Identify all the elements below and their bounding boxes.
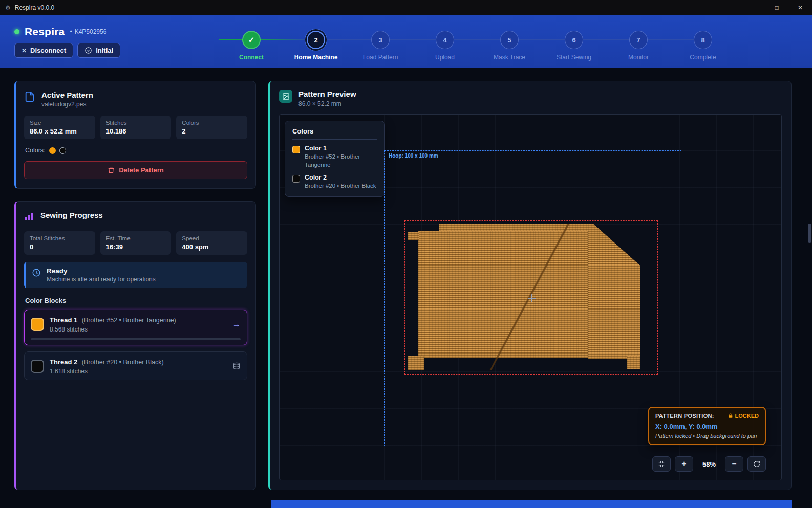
refresh-icon	[753, 460, 760, 468]
color-2-swatch	[292, 175, 300, 183]
color-blocks-label: Color Blocks	[25, 297, 246, 304]
stat-stitches: Stitches 10.186	[100, 116, 172, 139]
sewing-progress-card: Sewing Progress Total Stitches 0 Est. Ti…	[14, 201, 256, 490]
stitch-region	[408, 232, 419, 240]
scrollbar-thumb[interactable]	[808, 224, 811, 243]
thread-2-swatch	[31, 360, 44, 373]
position-title: PATTERN POSITION:	[655, 413, 714, 419]
arrow-right-icon: →	[232, 320, 241, 329]
step-start-sewing: 6 Start Sewing	[542, 31, 606, 61]
locked-badge: LOCKED	[728, 413, 759, 419]
stat-colors: Colors 2	[176, 116, 247, 139]
titlebar: ⚙ Respira v0.0.0 – □ ✕	[0, 0, 812, 15]
colors-panel-title: Colors	[292, 127, 377, 140]
thread-block-1[interactable]: Thread 1 (Brother #52 • Brother Tangerin…	[24, 310, 247, 345]
step-start-sewing-circle[interactable]: 6	[565, 31, 583, 49]
minimize-button[interactable]: –	[741, 0, 765, 15]
footer-accent-bar	[271, 500, 792, 508]
machine-serial: • K4P502956	[70, 28, 106, 35]
stat-size: Size 86.0 x 52.2 mm	[24, 116, 95, 139]
maximize-button[interactable]: □	[765, 0, 788, 15]
image-icon	[279, 90, 292, 103]
window-title: Respira v0.0.0	[15, 4, 54, 11]
close-button[interactable]: ✕	[788, 0, 812, 15]
check-circle-icon	[84, 47, 92, 54]
main-content: Active Pattern valetudogv2.pes Size 86.0…	[0, 68, 812, 508]
fit-view-button[interactable]	[652, 456, 671, 472]
layers-stack-icon	[232, 362, 241, 370]
machine-status-banner: Ready Machine is idle and ready for oper…	[24, 262, 247, 288]
status-title: Ready	[47, 267, 156, 275]
active-pattern-title: Active Pattern	[41, 91, 93, 99]
stitch-region	[408, 356, 424, 370]
fit-view-icon	[658, 460, 665, 468]
pattern-position-overlay: PATTERN POSITION: LOCKED X: 0.0mm, Y: 0.…	[648, 407, 766, 445]
app-name: Respira	[25, 26, 65, 38]
crosshair	[528, 294, 536, 302]
bar-chart-icon	[24, 211, 34, 224]
preview-dimensions: 86.0 × 52.2 mm	[298, 100, 356, 107]
lock-icon	[728, 413, 733, 418]
step-connect: ✓ Connect	[219, 31, 284, 61]
clock-icon	[32, 268, 41, 277]
zoom-out-button[interactable]: −	[725, 456, 743, 472]
step-upload: 4 Upload	[413, 31, 477, 61]
app-header: Respira • K4P502956 ✕ Disconnect Initial…	[0, 15, 812, 68]
step-connect-circle[interactable]: ✓	[242, 31, 261, 49]
step-home-machine-circle[interactable]: 2	[307, 31, 325, 49]
step-mask-trace-circle[interactable]: 5	[500, 31, 519, 49]
thread-1-swatch	[31, 318, 44, 331]
sewing-progress-title: Sewing Progress	[40, 211, 103, 219]
initial-button[interactable]: Initial	[77, 43, 120, 58]
step-mask-trace: 5 Mask Trace	[477, 31, 542, 61]
stitch-region	[627, 356, 640, 369]
active-pattern-card: Active Pattern valetudogv2.pes Size 86.0…	[14, 81, 256, 189]
app-logo-icon: ⚙	[5, 4, 11, 11]
step-monitor: 7 Monitor	[606, 31, 671, 61]
pattern-preview-panel: Pattern Preview 86.0 × 52.2 mm Colors Co…	[268, 81, 792, 490]
hoop-label: Hoop: 100 x 100 mm	[389, 153, 438, 159]
thread-1-progress-bar	[31, 338, 241, 340]
color-item-2[interactable]: Color 2 Brother #20 • Brother Black	[292, 174, 377, 190]
stitch-region	[418, 231, 600, 358]
color-dot-orange	[49, 147, 56, 154]
reset-view-button[interactable]	[747, 456, 766, 472]
stitch-region	[588, 224, 640, 359]
stat-est-time: Est. Time 16:39	[100, 231, 172, 255]
preview-title: Pattern Preview	[298, 90, 356, 98]
zoom-controls: + 58% −	[652, 456, 766, 472]
step-home-machine: 2 Home Machine	[284, 31, 348, 61]
step-upload-circle[interactable]: 4	[436, 31, 454, 49]
bullet-separator: •	[70, 28, 72, 35]
color-1-swatch	[292, 146, 300, 153]
color-dot-black	[59, 147, 66, 154]
connection-status-dot	[14, 29, 19, 34]
left-column: Active Pattern valetudogv2.pes Size 86.0…	[14, 81, 256, 490]
zoom-level: 58%	[697, 460, 721, 468]
thread-block-2[interactable]: Thread 2 (Brother #20 • Brother Black) 1…	[24, 351, 247, 380]
status-description: Machine is idle and ready for operations	[47, 276, 156, 283]
step-load-pattern-circle[interactable]: 3	[371, 31, 390, 49]
stat-speed: Speed 400 spm	[176, 231, 247, 255]
close-x-icon: ✕	[22, 47, 27, 54]
document-icon	[24, 91, 35, 104]
step-complete: 8 Complete	[671, 31, 735, 61]
step-monitor-circle[interactable]: 7	[629, 31, 648, 49]
color-item-1[interactable]: Color 1 Brother #52 • Brother Tangerine	[292, 145, 377, 169]
zoom-in-button[interactable]: +	[675, 456, 693, 472]
disconnect-button[interactable]: ✕ Disconnect	[14, 43, 73, 58]
position-coordinates: X: 0.0mm, Y: 0.0mm	[655, 423, 759, 430]
stat-total-stitches: Total Stitches 0	[24, 231, 95, 255]
delete-pattern-button[interactable]: Delete Pattern	[24, 161, 247, 179]
colors-panel: Colors Color 1 Brother #52 • Brother Tan…	[285, 121, 385, 197]
preview-canvas[interactable]: Colors Color 1 Brother #52 • Brother Tan…	[279, 114, 782, 480]
pattern-colors-row: Colors:	[25, 147, 246, 154]
active-pattern-filename: valetudogv2.pes	[41, 101, 93, 108]
position-hint: Pattern locked • Drag background to pan	[655, 433, 759, 439]
workflow-stepper: ✓ Connect 2 Home Machine 3 Load Pattern …	[219, 31, 736, 61]
step-complete-circle[interactable]: 8	[694, 31, 712, 49]
trash-icon	[108, 167, 115, 174]
step-load-pattern: 3 Load Pattern	[348, 31, 413, 61]
